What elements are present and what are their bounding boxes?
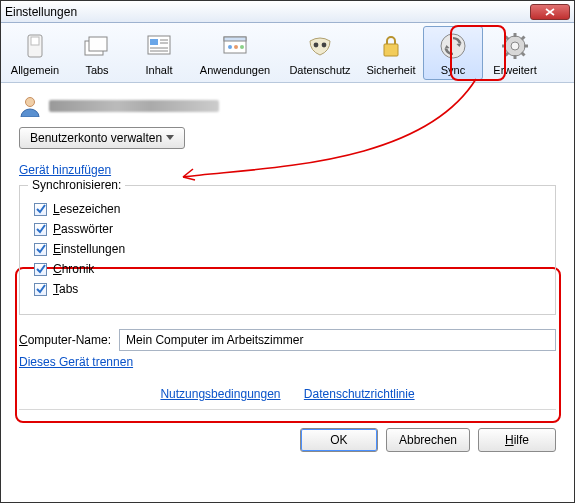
tab-privacy[interactable]: Datenschutz [281,26,359,80]
checkbox-icon [34,243,47,256]
lock-icon [375,30,407,62]
privacy-link[interactable]: Datenschutzrichtlinie [304,387,415,401]
titlebar: Einstellungen [1,1,574,23]
svg-point-15 [314,42,319,47]
switch-icon [19,30,51,62]
checkbox-settings[interactable]: Einstellungen [34,242,541,256]
checkbox-tabs[interactable]: Tabs [34,282,541,296]
svg-rect-1 [31,37,39,45]
checkbox-history[interactable]: Chronik [34,262,541,276]
tab-label: Sync [441,64,465,76]
tab-label: Erweitert [493,64,536,76]
svg-rect-17 [384,44,398,56]
sync-legend: Synchronisieren: [28,178,125,192]
close-button[interactable] [530,4,570,20]
svg-point-12 [228,45,232,49]
tab-label: Tabs [85,64,108,76]
content-icon [143,30,175,62]
computer-name-row: Computer-Name: [19,329,556,351]
tabs-icon [81,30,113,62]
sync-fieldset: Synchronisieren: Lesezeichen Passwörter … [19,185,556,315]
sync-icon [437,30,469,62]
svg-line-27 [522,36,525,39]
svg-point-29 [26,98,35,107]
disconnect-device-link[interactable]: Dieses Gerät trennen [19,355,133,369]
chevron-down-icon [166,135,174,141]
svg-point-14 [240,45,244,49]
computer-name-input[interactable] [119,329,556,351]
account-row [19,95,556,117]
checkbox-passwords[interactable]: Passwörter [34,222,541,236]
computer-name-label: Computer-Name: [19,333,111,347]
svg-rect-11 [224,37,246,41]
svg-point-20 [511,42,519,50]
button-label: Hilfe [505,433,529,447]
tab-content[interactable]: Inhalt [129,26,189,80]
avatar-icon [19,95,41,117]
button-label: Benutzerkonto verwalten [30,131,162,145]
tab-applications[interactable]: Anwendungen [191,26,279,80]
checkbox-label: Einstellungen [53,242,125,256]
gear-icon [499,30,531,62]
tab-label: Allgemein [11,64,59,76]
svg-line-25 [506,36,509,39]
checkbox-label: Passwörter [53,222,113,236]
checkbox-label: Chronik [53,262,94,276]
content-area: Benutzerkonto verwalten Gerät hinzufügen… [1,83,574,428]
tab-label: Sicherheit [367,64,416,76]
terms-link[interactable]: Nutzungsbedingungen [160,387,280,401]
svg-rect-3 [89,37,107,51]
checkbox-label: Lesezeichen [53,202,120,216]
checkbox-bookmarks[interactable]: Lesezeichen [34,202,541,216]
button-label: Abbrechen [399,433,457,447]
tab-label: Datenschutz [289,64,350,76]
help-button[interactable]: Hilfe [478,428,556,452]
footer-buttons: OK Abbrechen Hilfe [1,428,574,464]
button-label: OK [330,433,347,447]
tab-security[interactable]: Sicherheit [361,26,421,80]
svg-point-16 [322,42,327,47]
checkbox-label: Tabs [53,282,78,296]
checkbox-icon [34,263,47,276]
svg-line-28 [506,52,509,55]
divider [19,409,556,410]
account-email-redacted [49,100,219,112]
tab-advanced[interactable]: Erweitert [485,26,545,80]
toolbar: Allgemein Tabs Inhalt Anwendungen Datens… [1,23,574,83]
add-device-link[interactable]: Gerät hinzufügen [19,163,111,177]
svg-point-13 [234,45,238,49]
settings-window: Einstellungen Allgemein Tabs Inhalt [0,0,575,503]
tab-sync[interactable]: Sync [423,26,483,80]
svg-rect-5 [150,39,158,45]
tab-general[interactable]: Allgemein [5,26,65,80]
cancel-button[interactable]: Abbrechen [386,428,470,452]
manage-account-button[interactable]: Benutzerkonto verwalten [19,127,185,149]
checkbox-icon [34,283,47,296]
checkbox-icon [34,203,47,216]
footer-links: Nutzungsbedingungen Datenschutzrichtlini… [19,387,556,401]
window-title: Einstellungen [5,5,530,19]
close-icon [545,8,555,16]
ok-button[interactable]: OK [300,428,378,452]
tab-label: Inhalt [146,64,173,76]
svg-line-26 [522,52,525,55]
tab-tabs[interactable]: Tabs [67,26,127,80]
checkbox-icon [34,223,47,236]
mask-icon [304,30,336,62]
tab-label: Anwendungen [200,64,270,76]
applications-icon [219,30,251,62]
